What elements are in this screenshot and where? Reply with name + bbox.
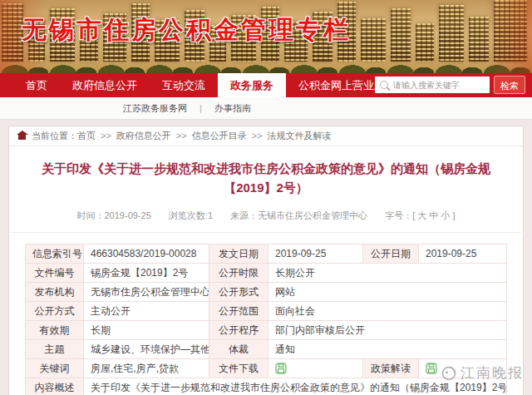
main-nav: 首页 政府信息公开 互动交流 政务服务 公积金网上营业厅 检索 — [0, 73, 532, 97]
cell-label: 公开方式 — [26, 302, 84, 321]
swirl-logo-icon — [441, 365, 457, 382]
cell-label: 公开时限 — [209, 264, 268, 283]
cell-value: 长期 — [84, 321, 209, 340]
cell-value: 466304583/2019-00028 — [84, 244, 209, 264]
cell-value: 房屋,住宅,房产,贷款 — [84, 359, 209, 378]
search-icon — [380, 81, 388, 89]
table-row: 信息索引号 466304583/2019-00028 发文日期 2019-09-… — [26, 244, 507, 264]
table-row: 发布机构 无锡市住房公积金管理中心 公开形式 网站 — [26, 283, 507, 302]
cell-value: 网站 — [268, 283, 507, 302]
article-meta: 时间：2019-09-25 浏览次数:1 来源：无锡市住房公积金管理中心 字号：… — [11, 200, 521, 233]
nav-item-gov-info[interactable]: 政府信息公开 — [60, 73, 150, 97]
cell-label: 有效期 — [26, 321, 84, 340]
cell-label: 体裁 — [209, 340, 268, 359]
cell-label: 关键词 — [26, 359, 84, 378]
breadcrumb-gov-info[interactable]: 政府信息公开 — [116, 126, 171, 146]
table-row: 有效期 长期 公开程序 部门内部审核后公开 — [26, 321, 507, 340]
cell-value: 面向社会 — [268, 302, 507, 321]
cell-value: 长期公开 — [268, 264, 507, 283]
subnav-separator: | — [200, 103, 202, 113]
green-file-icon[interactable] — [275, 363, 287, 374]
link-service-guide[interactable]: 办事指南 — [214, 103, 251, 113]
cell-label: 政策解读 — [363, 359, 419, 378]
nav-item-services[interactable]: 政务服务 — [218, 73, 286, 97]
link-jiangsu-service-portal[interactable]: 江苏政务服务网 — [123, 103, 187, 113]
cell-value: 主动公开 — [84, 302, 209, 321]
fontsize-options[interactable]: [ 大 中 小 ] — [412, 210, 455, 220]
cell-value: 无锡市住房公积金管理中心 — [84, 283, 209, 302]
breadcrumb-separator: >> — [101, 126, 111, 146]
cell-value: 2019-09-25 — [268, 244, 363, 264]
table-row: 主题 城乡建设、环境保护—其他 体裁 通知 — [26, 340, 507, 359]
cell-value: 部门内部审核后公开 — [268, 321, 507, 340]
breadcrumb-home[interactable]: 首页 — [77, 126, 96, 146]
info-table: 信息索引号 466304583/2019-00028 发文日期 2019-09-… — [25, 244, 507, 395]
table-row: 关键词 房屋,住宅,房产,贷款 文件下载 政策解读 — [26, 359, 507, 378]
cell-label: 公开范围 — [209, 302, 268, 321]
nav-item-interaction[interactable]: 互动交流 — [150, 73, 218, 97]
meta-time: 时间：2019-09-25 — [77, 210, 151, 220]
cell-label: 发文日期 — [209, 244, 268, 264]
search-area: 检索 — [375, 76, 525, 94]
breadcrumb-separator: >> — [252, 126, 263, 146]
cell-label: 信息索引号 — [26, 244, 84, 264]
nav-item-home[interactable]: 首页 — [13, 73, 60, 97]
cell-label: 文件编号 — [26, 264, 84, 283]
meta-views: 浏览次数:1 — [169, 210, 213, 220]
breadcrumb-info-catalog[interactable]: 信息公开目录 — [192, 126, 247, 146]
cell-label: 主题 — [26, 340, 84, 359]
cell-file-download — [268, 359, 363, 378]
watermark-text: 江南晚报 — [461, 363, 524, 383]
cell-value: 城乡建设、环境保护—其他 — [84, 340, 209, 359]
article-title: 关于印发《关于进一步规范和改进我市住房公积金政策的意见》的通知（锡房金规【201… — [9, 146, 523, 200]
breadcrumb: 当前位置： 首页 >> 政府信息公开 >> 信息公开目录 >> 法规文件及解读 — [9, 126, 523, 146]
watermark: 江南晚报 — [441, 363, 524, 383]
green-file-icon[interactable] — [426, 363, 437, 374]
breadcrumb-prefix: 当前位置： — [32, 126, 77, 146]
cell-label: 公开程序 — [209, 321, 268, 340]
sub-nav: 江苏政务服务网 | 办事指南 — [0, 97, 532, 120]
table-row: 内容概述 关于印发《关于进一步规范和改进我市住房公积金政策的意见》的通知（锡房金… — [26, 378, 507, 395]
cell-label: 公开日期 — [363, 244, 419, 264]
cell-label: 公开形式 — [209, 283, 268, 302]
meta-source: 来源：无锡市住房公积金管理中心 — [230, 210, 367, 220]
home-icon — [18, 135, 26, 140]
cell-value: 锡房金规【2019】2号 — [84, 264, 209, 283]
header-banner: 无锡市住房公积金管理专栏 — [0, 0, 532, 73]
banner-trees — [0, 60, 532, 73]
cell-label: 发布机构 — [26, 283, 84, 302]
cell-label: 文件下载 — [209, 359, 268, 378]
table-row: 文件编号 锡房金规【2019】2号 公开时限 长期公开 — [26, 264, 507, 283]
meta-fontsize: 字号：[ 大 中 小 ] — [385, 210, 455, 220]
search-button[interactable]: 检索 — [494, 76, 525, 94]
cell-label: 内容概述 — [26, 378, 84, 395]
content-box: 当前位置： 首页 >> 政府信息公开 >> 信息公开目录 >> 法规文件及解读 … — [8, 126, 524, 395]
cell-value: 通知 — [268, 340, 507, 359]
search-input[interactable] — [375, 77, 490, 93]
cell-value: 2019-09-25 — [419, 244, 507, 264]
site-title: 无锡市住房公积金管理专栏 — [22, 13, 351, 47]
table-row: 公开方式 主动公开 公开范围 面向社会 — [26, 302, 507, 321]
breadcrumb-regulations[interactable]: 法规文件及解读 — [268, 126, 332, 146]
breadcrumb-separator: >> — [176, 126, 187, 146]
